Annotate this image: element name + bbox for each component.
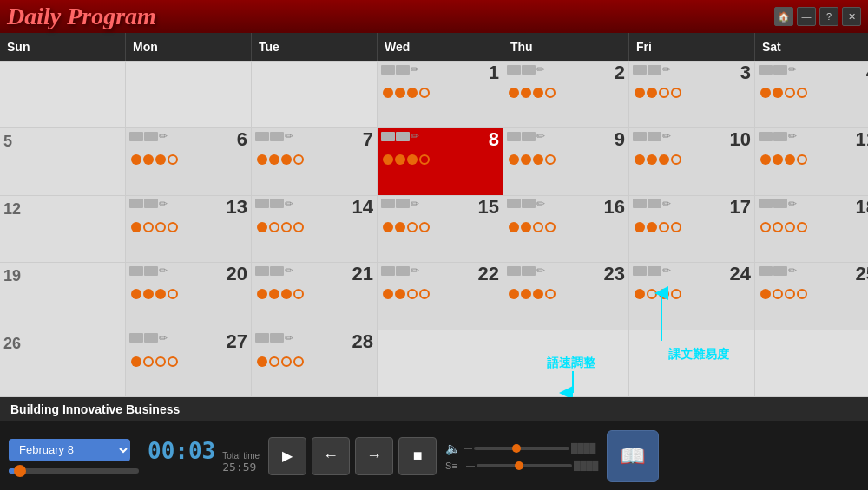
day-number: 14 bbox=[352, 198, 373, 217]
day-number: 11 bbox=[856, 130, 868, 149]
cell-icons: ✏ bbox=[255, 265, 293, 277]
day-cell[interactable]: 26 bbox=[0, 330, 126, 396]
activity-dot bbox=[281, 356, 292, 367]
day-cell[interactable]: ✏23 bbox=[503, 263, 629, 329]
activity-dot bbox=[773, 289, 783, 299]
date-selector[interactable]: February 8 bbox=[9, 439, 130, 461]
cell-top bbox=[0, 62, 125, 86]
volume-track[interactable] bbox=[474, 447, 569, 450]
day-cell[interactable]: ✏7 bbox=[252, 128, 378, 194]
activity-dot bbox=[269, 356, 279, 367]
day-cell[interactable]: ✏13 bbox=[126, 196, 252, 262]
icon-bar bbox=[381, 132, 395, 141]
help-button[interactable]: ? bbox=[819, 7, 838, 26]
day-cell[interactable]: ✏16 bbox=[503, 196, 629, 262]
icon-bar bbox=[507, 65, 521, 75]
minimize-button[interactable]: — bbox=[797, 7, 816, 26]
progress-thumb bbox=[14, 465, 26, 477]
day-cell[interactable]: 12 bbox=[0, 196, 126, 262]
icon-bar bbox=[507, 132, 521, 141]
cell-top: ✏6 bbox=[126, 128, 251, 153]
cell-icons: ✏ bbox=[633, 198, 671, 210]
activity-dot bbox=[395, 88, 405, 98]
day-cell[interactable]: ✏24 bbox=[629, 263, 755, 329]
pencil-icon: ✏ bbox=[536, 265, 545, 277]
play-button[interactable]: ▶ bbox=[268, 437, 306, 475]
cell-icons: ✏ bbox=[759, 198, 797, 210]
week-row-0: ✏1✏2✏3✏4 bbox=[0, 61, 868, 128]
activity-dot bbox=[269, 289, 279, 299]
day-cell[interactable]: ✏8 bbox=[378, 128, 503, 194]
cell-top: 19 bbox=[0, 263, 125, 287]
day-cell[interactable]: ✏9 bbox=[503, 128, 629, 194]
activity-dot bbox=[257, 356, 267, 367]
activity-dot bbox=[155, 222, 166, 232]
day-cell[interactable]: ✏22 bbox=[378, 263, 503, 329]
icon-bar bbox=[255, 132, 269, 141]
day-cell[interactable]: ✏28 bbox=[252, 330, 378, 396]
day-cell[interactable]: ✏21 bbox=[252, 263, 378, 329]
activity-dot bbox=[269, 154, 279, 165]
day-cell[interactable]: ✏18 bbox=[755, 196, 868, 262]
day-cell[interactable]: ✏6 bbox=[126, 128, 252, 194]
activity-dot bbox=[143, 154, 154, 165]
day-cell[interactable]: ✏20 bbox=[126, 263, 252, 329]
day-cell[interactable]: ✏3 bbox=[629, 62, 755, 127]
day-cell[interactable]: ✏14 bbox=[252, 196, 378, 262]
close-button[interactable]: ✕ bbox=[842, 7, 861, 26]
day-number: 16 bbox=[604, 198, 625, 217]
day-cell[interactable]: ✏27 bbox=[126, 330, 252, 396]
day-cell[interactable]: ✏2 bbox=[503, 62, 629, 127]
cell-icons: ✏ bbox=[507, 63, 545, 75]
activity-dot bbox=[773, 222, 783, 232]
prev-button[interactable]: ← bbox=[312, 437, 350, 475]
pencil-icon: ✏ bbox=[411, 63, 419, 75]
day-cell[interactable]: 19 bbox=[0, 263, 126, 329]
day-cell[interactable]: ✏11 bbox=[755, 128, 868, 194]
header-wed: Wed bbox=[378, 33, 503, 61]
day-cell[interactable]: ✏1 bbox=[378, 62, 503, 127]
day-headers: Sun Mon Tue Wed Thu Fri Sat bbox=[0, 33, 868, 61]
cell-dots bbox=[252, 220, 377, 236]
pencil-icon: ✏ bbox=[788, 63, 797, 75]
activity-dot bbox=[760, 289, 771, 299]
activity-dot bbox=[407, 154, 418, 165]
book-button[interactable]: 📖 bbox=[607, 430, 659, 482]
activity-dot bbox=[760, 154, 771, 165]
icon-bar bbox=[633, 132, 647, 141]
day-cell[interactable]: ✏25 bbox=[755, 263, 868, 329]
activity-dot bbox=[635, 154, 645, 165]
activity-dot bbox=[647, 289, 657, 299]
progress-track[interactable] bbox=[9, 468, 139, 474]
icon-bar bbox=[129, 132, 143, 141]
cell-dots bbox=[629, 287, 754, 303]
cell-top bbox=[629, 330, 754, 355]
day-cell[interactable]: ✏10 bbox=[629, 128, 755, 194]
next-button[interactable]: → bbox=[355, 437, 393, 475]
pencil-icon: ✏ bbox=[411, 130, 419, 142]
speed-track[interactable] bbox=[477, 464, 572, 467]
day-cell[interactable]: ✏4 bbox=[755, 62, 868, 127]
speed-thumb bbox=[515, 461, 523, 470]
stop-button[interactable]: ■ bbox=[398, 437, 437, 475]
activity-dot bbox=[797, 289, 807, 299]
activity-dot bbox=[635, 88, 645, 98]
cell-icons: ✏ bbox=[129, 332, 168, 344]
day-cell[interactable]: ✏15 bbox=[378, 196, 503, 262]
pencil-icon: ✏ bbox=[788, 198, 797, 210]
day-cell[interactable]: 5 bbox=[0, 128, 126, 194]
icon-bar bbox=[381, 65, 395, 75]
pencil-icon: ✏ bbox=[159, 130, 168, 142]
activity-dot bbox=[257, 154, 267, 165]
activity-dot bbox=[671, 154, 681, 165]
activity-dot bbox=[131, 356, 141, 367]
home-button[interactable]: 🏠 bbox=[774, 7, 793, 26]
cell-top bbox=[378, 330, 503, 355]
day-cell[interactable]: ✏17 bbox=[629, 196, 755, 262]
cell-top: ✏14 bbox=[252, 196, 377, 220]
activity-dot bbox=[509, 154, 519, 165]
cell-icons: ✏ bbox=[759, 130, 797, 142]
activity-dot bbox=[131, 222, 141, 232]
activity-dot bbox=[168, 154, 178, 165]
week-row-2: 12✏13✏14✏15✏16✏17✏18 bbox=[0, 196, 868, 263]
